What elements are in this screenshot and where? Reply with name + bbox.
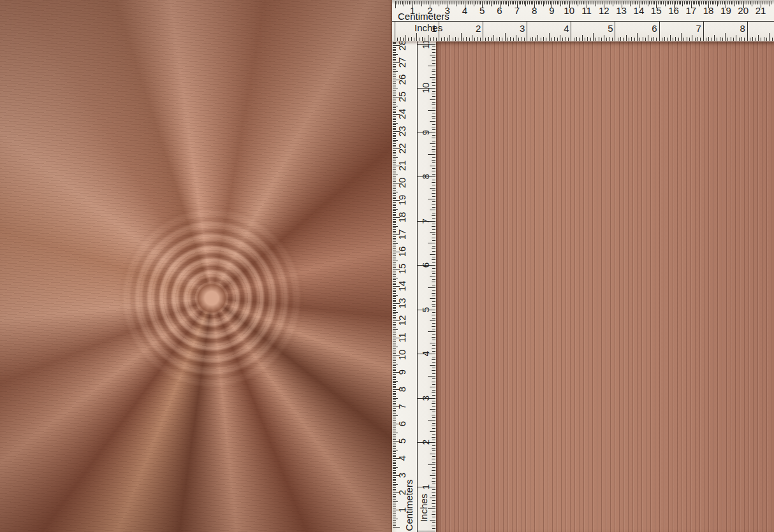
v-cm-number: 12: [397, 315, 407, 326]
horizontal-inches-label: Inches: [414, 23, 442, 32]
v-cm-number: 6: [397, 421, 407, 426]
v-cm-number: 4: [397, 456, 407, 461]
v-cm-number: 11: [397, 333, 407, 343]
v-cm-number: 9: [397, 370, 407, 375]
vertical-inches-label: Inches: [419, 494, 428, 522]
h-inch-number: 5: [608, 24, 613, 33]
h-cm-number: 18: [703, 6, 714, 15]
v-cm-number: 13: [397, 298, 407, 309]
v-cm-number: 14: [397, 281, 407, 292]
h-inch-number: 2: [476, 24, 481, 33]
v-inch-number: 3: [421, 396, 430, 401]
v-cm-number: 22: [397, 143, 407, 154]
vertical-ruler-divider: [417, 0, 418, 532]
v-cm-number: 20: [397, 178, 407, 189]
horizontal-ruler: 123456789101112131415161718192021 123456…: [392, 0, 774, 41]
v-inch-number: 4: [421, 351, 430, 356]
h-cm-number: 19: [720, 6, 731, 15]
v-cm-number: 25: [397, 92, 407, 103]
h-cm-number: 13: [616, 6, 627, 15]
v-cm-number: 5: [397, 438, 407, 443]
v-cm-number: 26: [397, 75, 407, 85]
v-cm-number: 23: [397, 126, 407, 137]
h-cm-number: 20: [738, 6, 748, 15]
h-cm-number: 17: [685, 6, 696, 15]
v-cm-number: 24: [397, 109, 407, 120]
v-inch-number: 1: [421, 484, 430, 489]
h-inch-number: 6: [652, 24, 657, 33]
v-cm-number: 18: [397, 212, 407, 223]
v-cm-number: 3: [397, 473, 407, 478]
h-cm-number: 6: [497, 6, 502, 15]
v-inch-number: 9: [421, 130, 430, 135]
h-cm-number: 14: [634, 6, 645, 15]
v-cm-number: 21: [397, 161, 407, 171]
vertical-ruler: 1234567891011121314151617181920212223242…: [392, 0, 436, 532]
h-cm-number: 10: [564, 6, 574, 15]
vertical-centimeters-label: Centimeters: [404, 480, 414, 531]
h-cm-number: 11: [581, 6, 592, 15]
v-cm-number: 16: [397, 247, 407, 257]
h-cm-number: 7: [515, 6, 520, 15]
fabric-swirl-center: [196, 282, 228, 314]
v-cm-number: 10: [397, 350, 407, 361]
h-cm-number: 12: [599, 6, 610, 15]
swirled-fabric-photo: [0, 0, 393, 532]
h-inch-number: 7: [696, 24, 701, 33]
v-cm-number: 15: [397, 264, 407, 275]
h-cm-number: 16: [668, 6, 679, 15]
flat-ribbed-fabric: [436, 41, 774, 532]
v-inch-number: 5: [421, 307, 430, 312]
v-inch-number: 2: [421, 440, 430, 445]
h-cm-number: 9: [549, 6, 554, 15]
h-cm-number: 4: [462, 6, 467, 15]
v-inch-number: 6: [421, 262, 430, 268]
v-cm-number: 19: [397, 195, 407, 206]
v-inch-number: 10: [421, 83, 430, 94]
v-cm-number: 27: [397, 57, 407, 68]
v-inch-number: 8: [421, 174, 430, 179]
h-inch-number: 3: [520, 24, 525, 33]
v-cm-number: 7: [397, 404, 407, 409]
fabric-product-photo: 1234567891011121314151617181920212223242…: [0, 0, 774, 532]
v-cm-number: 17: [397, 229, 407, 240]
h-cm-number: 15: [651, 6, 662, 15]
v-inch-number: 7: [421, 219, 430, 224]
h-inch-number: 8: [740, 24, 745, 33]
h-cm-number: 5: [479, 6, 485, 15]
horizontal-centimeters-label: Centimeters: [398, 11, 449, 21]
v-cm-number: 28: [397, 40, 407, 51]
h-cm-number: 21: [756, 6, 766, 15]
h-cm-number: 8: [532, 6, 537, 15]
v-cm-number: 8: [397, 387, 407, 392]
h-inch-number: 4: [564, 24, 569, 33]
